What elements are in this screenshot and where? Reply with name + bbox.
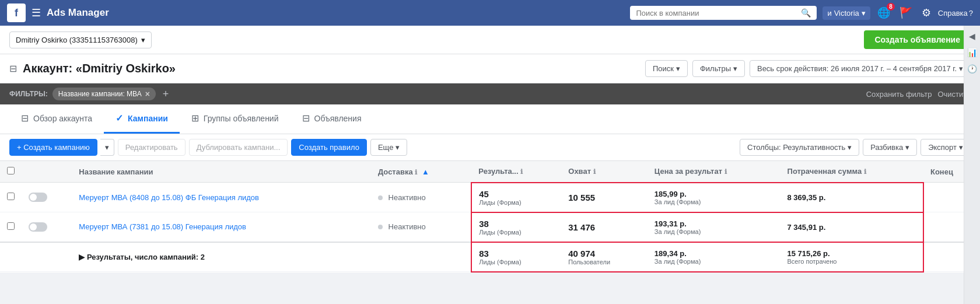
columns-button[interactable]: Столбцы: Результативность ▾	[740, 139, 859, 156]
filters-left: ФИЛЬТРЫ: Название кампании: МВА × +	[9, 88, 171, 100]
cost-number: 193,31 р.	[654, 219, 774, 228]
help-button[interactable]: Справка ?	[938, 9, 973, 18]
status-label: Неактивно	[388, 222, 426, 231]
row2-checkbox[interactable]	[0, 212, 22, 242]
reach-number: 31 476	[568, 222, 640, 232]
row1-spent: 8 369,35 р.	[780, 183, 923, 212]
row1-checkbox[interactable]	[0, 183, 22, 212]
notification-badge: 8	[887, 3, 895, 11]
header-name: Название кампании	[72, 161, 371, 183]
chevron-down-icon: ▾	[905, 143, 909, 152]
summary-label: ▶ Результаты, число кампаний: 2	[79, 253, 205, 261]
campaigns-table: Название кампании Доставка ℹ ▲ Результа.…	[0, 161, 980, 272]
campaign-link[interactable]: Меруерт МВА (7381 до 15.08) Генерация ли…	[79, 222, 246, 231]
chevron-down-icon: ▾	[733, 64, 737, 73]
status-dot	[378, 195, 383, 200]
campaign-link[interactable]: Меруерт МВА (8408 до 15.08) ФБ Генерация…	[79, 193, 259, 202]
question-icon: ?	[969, 9, 973, 18]
summary-reach: 40 974 Пользователи	[561, 242, 648, 272]
chart-panel-button[interactable]: 📊	[965, 46, 979, 60]
cost-sub: За лид (Форма)	[654, 198, 774, 205]
create-campaign-button[interactable]: + Создать кампанию	[9, 139, 97, 156]
date-range-button[interactable]: Весь срок действия: 26 июля 2017 г. – 4 …	[750, 60, 971, 77]
search-input[interactable]	[636, 9, 797, 18]
user-initial: и	[827, 9, 831, 18]
summary-spent-sub: Всего потрачено	[788, 258, 916, 265]
status-label: Неактивно	[388, 193, 426, 202]
header-checkbox[interactable]	[0, 161, 22, 183]
hamburger-icon[interactable]: ☰	[32, 6, 41, 19]
history-panel-button[interactable]: 🕐	[965, 62, 979, 76]
cost-info-icon[interactable]: ℹ	[724, 168, 727, 175]
summary-cost: 189,34 р. За лид (Форма)	[648, 242, 780, 272]
toggle-switch[interactable]	[29, 193, 47, 202]
filter-label: Фильтры	[700, 64, 731, 73]
row1-cost: 185,99 р. За лид (Форма)	[648, 183, 780, 212]
save-filter-button[interactable]: Сохранить фильтр	[866, 90, 932, 99]
chevron-down-icon: ▾	[676, 64, 680, 73]
header-delivery[interactable]: Доставка ℹ ▲	[371, 161, 471, 183]
summary-reach-sub: Пользователи	[568, 258, 640, 265]
filters-label: ФИЛЬТРЫ:	[9, 90, 48, 98]
nav-right: и Victoria ▾ 🌐 8 🚩 ⚙ Справка ?	[822, 4, 973, 22]
filter-tag-mba[interactable]: Название кампании: МВА ×	[52, 88, 156, 100]
delivery-info-icon[interactable]: ℹ	[415, 169, 417, 176]
chevron-down-icon: ▾	[959, 64, 963, 73]
tab-adsets-label: Группы объявлений	[204, 114, 279, 123]
search-button[interactable]: Поиск ▾	[645, 60, 688, 77]
account-header: ⊟ Аккаунт: «Dmitriy Oskirko» Поиск ▾ Фил…	[0, 54, 980, 83]
toggle-switch[interactable]	[29, 222, 47, 232]
app-title: Ads Manager	[47, 7, 624, 19]
summary-cb	[0, 242, 22, 272]
ads-icon: ⊟	[302, 113, 310, 124]
tab-campaigns[interactable]: ✓ Кампании	[104, 104, 180, 134]
tab-campaigns-label: Кампании	[128, 114, 168, 123]
summary-results: 83 Лиды (Форма)	[471, 242, 561, 272]
row2-spent: 7 345,91 р.	[780, 212, 923, 242]
gear-icon[interactable]: ⚙	[919, 4, 933, 22]
create-campaign-dropdown[interactable]: ▾	[100, 139, 114, 156]
filter-button[interactable]: Фильтры ▾	[692, 60, 745, 77]
summary-toggle	[22, 242, 72, 272]
account-header-left: ⊟ Аккаунт: «Dmitriy Oskirko»	[9, 62, 176, 75]
summary-results-number: 83	[479, 249, 554, 258]
sort-arrow-icon: ▲	[422, 167, 429, 176]
edit-button[interactable]: Редактировать	[118, 139, 186, 156]
header-spent: Потраченная сумма ℹ	[780, 161, 923, 183]
date-range-label: Весь срок действия: 26 июля 2017 г. – 4 …	[757, 64, 957, 73]
row2-results: 38 Лиды (Форма)	[471, 212, 561, 242]
summary-spent: 15 715,26 р. Всего потрачено	[780, 242, 923, 272]
add-filter-button[interactable]: +	[160, 88, 172, 100]
view-toggle-icon[interactable]: ⊟	[9, 63, 17, 74]
account-header-right: Поиск ▾ Фильтры ▾ Весь срок действия: 26…	[645, 60, 971, 77]
breakdown-button[interactable]: Разбивка ▾	[863, 139, 917, 156]
tab-overview[interactable]: ⊟ Обзор аккаунта	[9, 104, 104, 134]
campaigns-table-container: Название кампании Доставка ℹ ▲ Результа.…	[0, 161, 980, 272]
row2-toggle[interactable]	[22, 212, 72, 242]
chevron-down-icon: ▾	[959, 143, 963, 152]
filters-right: Сохранить фильтр Очистить	[866, 90, 971, 99]
globe-icon[interactable]: 🌐 8	[875, 4, 892, 22]
spent-number: 7 345,91 р.	[788, 223, 916, 232]
spent-info-icon[interactable]: ℹ	[864, 168, 866, 175]
results-info-icon[interactable]: ℹ	[520, 168, 523, 175]
summary-label-cell: ▶ Результаты, число кампаний: 2	[72, 242, 371, 272]
cost-number: 185,99 р.	[654, 190, 774, 198]
reach-info-icon[interactable]: ℹ	[593, 168, 596, 175]
close-icon[interactable]: ×	[145, 89, 150, 99]
filters-bar: ФИЛЬТРЫ: Название кампании: МВА × + Сохр…	[0, 83, 980, 104]
row1-toggle[interactable]	[22, 183, 72, 212]
tab-ads[interactable]: ⊟ Объявления	[290, 104, 373, 134]
account-selector[interactable]: Dmitriy Oskirko (333511153763008) ▾	[9, 32, 152, 48]
flag-icon[interactable]: 🚩	[897, 4, 915, 22]
duplicate-button[interactable]: Дублировать кампани...	[189, 139, 288, 156]
summary-spent-number: 15 715,26 р.	[788, 249, 916, 258]
search-label: Поиск	[653, 64, 674, 73]
more-button[interactable]: Еще ▾	[370, 139, 407, 156]
tab-adsets[interactable]: ⊞ Группы объявлений	[180, 104, 290, 134]
collapse-panel-button[interactable]: ◀	[965, 29, 979, 43]
create-ad-button[interactable]: Создать объявление	[864, 30, 971, 49]
user-button[interactable]: и Victoria ▾	[822, 6, 870, 20]
create-rule-button[interactable]: Создать правило	[291, 139, 367, 156]
header-results: Результа... ℹ	[471, 161, 561, 183]
